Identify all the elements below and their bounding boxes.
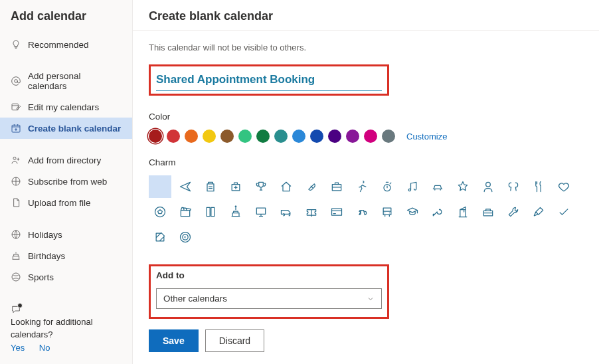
paintbrush-icon[interactable] xyxy=(527,201,550,223)
add-to-label: Add to xyxy=(156,270,382,280)
sidebar-item-label: Birthdays xyxy=(28,251,65,261)
sidebar-item-birthdays[interactable]: Birthdays xyxy=(0,245,132,266)
birthday-cake-icon[interactable] xyxy=(224,201,247,223)
sidebar-item-label: Add from directory xyxy=(28,155,101,165)
credit-card-icon[interactable] xyxy=(325,201,348,223)
sidebar-title: Add calendar xyxy=(0,7,132,34)
edit-calendars-icon xyxy=(11,102,21,112)
key-icon[interactable] xyxy=(426,201,449,223)
svg-point-3 xyxy=(13,157,16,159)
color-swatch[interactable] xyxy=(382,130,395,143)
fork-knife-icon[interactable] xyxy=(527,175,550,198)
bike-icon[interactable] xyxy=(351,201,373,223)
footer-question: Looking for additional calendars? xyxy=(11,316,122,341)
cake-icon xyxy=(11,250,21,261)
calendar-name-input[interactable] xyxy=(156,70,382,91)
stopwatch-icon[interactable] xyxy=(376,175,398,198)
color-swatch[interactable] xyxy=(149,130,162,143)
crane-icon[interactable] xyxy=(452,201,474,223)
visibility-note: This calendar will not be visible to oth… xyxy=(149,43,583,52)
globe-icon xyxy=(11,229,21,240)
bus-icon[interactable] xyxy=(376,201,398,223)
star-icon[interactable] xyxy=(452,175,474,198)
medkit-icon[interactable] xyxy=(224,175,247,198)
discard-button[interactable]: Discard xyxy=(205,329,264,352)
clapboard-icon[interactable] xyxy=(174,201,197,223)
pill-icon[interactable] xyxy=(300,175,323,198)
sidebar-item-label: Add personal calendars xyxy=(28,71,122,91)
color-label: Color xyxy=(149,112,583,122)
feedback-icon xyxy=(11,304,21,315)
music-icon[interactable] xyxy=(401,175,424,198)
color-swatch-row: Customize xyxy=(149,130,583,143)
page-title: Create blank calendar xyxy=(133,0,599,30)
checkmark-icon[interactable] xyxy=(553,201,575,223)
monitor-icon[interactable] xyxy=(250,201,272,223)
none-icon[interactable] xyxy=(149,175,171,198)
at-sign-icon xyxy=(11,76,21,86)
charm-label: Charm xyxy=(149,157,583,167)
car-icon[interactable] xyxy=(426,175,449,198)
sidebar-item-add-personal[interactable]: Add personal calendars xyxy=(0,66,132,96)
sidebar-item-subscribe-web[interactable]: Subscribe from web xyxy=(0,171,132,192)
color-swatch[interactable] xyxy=(220,130,234,143)
color-swatch[interactable] xyxy=(274,130,288,143)
sidebar-footer: Looking for additional calendars? Yes No xyxy=(0,298,132,354)
van-icon[interactable] xyxy=(275,201,298,223)
sidebar-item-sports[interactable]: Sports xyxy=(0,266,132,288)
color-swatch[interactable] xyxy=(328,130,341,143)
soccer-icon[interactable] xyxy=(149,201,171,223)
link-icon xyxy=(11,176,21,187)
footer-no-link[interactable]: No xyxy=(39,343,50,353)
running-icon[interactable] xyxy=(351,175,373,198)
balloons-icon[interactable] xyxy=(502,175,525,198)
person-icon[interactable] xyxy=(477,175,499,198)
footer-yes-link[interactable]: Yes xyxy=(11,343,25,353)
save-button[interactable]: Save xyxy=(149,329,199,352)
sidebar-item-holidays[interactable]: Holidays xyxy=(0,224,132,245)
plane-icon[interactable] xyxy=(174,175,197,198)
compose-icon[interactable] xyxy=(149,226,171,248)
color-swatch[interactable] xyxy=(256,130,270,143)
ticket-icon[interactable] xyxy=(300,201,323,223)
color-swatch[interactable] xyxy=(292,130,305,143)
sidebar-item-edit-calendars[interactable]: Edit my calendars xyxy=(0,96,132,118)
color-swatch[interactable] xyxy=(310,130,323,143)
color-swatch[interactable] xyxy=(346,130,359,143)
color-swatch[interactable] xyxy=(185,130,198,143)
target-icon[interactable] xyxy=(174,226,197,248)
add-to-value: Other calendars xyxy=(163,294,227,304)
color-swatch[interactable] xyxy=(238,130,252,143)
blank-calendar-icon xyxy=(11,123,21,134)
sidebar-item-recommended[interactable]: Recommended xyxy=(0,34,132,55)
sidebar-item-upload-file[interactable]: Upload from file xyxy=(0,192,132,213)
people-directory-icon xyxy=(11,155,21,165)
color-swatch[interactable] xyxy=(167,130,180,143)
sidebar-item-label: Edit my calendars xyxy=(28,102,99,112)
sidebar-item-label: Upload from file xyxy=(28,198,91,208)
chevron-down-icon xyxy=(367,295,375,303)
sidebar: Add calendar Recommended Add personal ca… xyxy=(0,0,133,364)
sidebar-item-label: Recommended xyxy=(28,40,89,50)
main-panel: Create blank calendar This calendar will… xyxy=(133,0,599,364)
sports-icon xyxy=(11,272,21,282)
sidebar-item-add-directory[interactable]: Add from directory xyxy=(0,149,132,171)
briefcase-icon[interactable] xyxy=(325,175,348,198)
home-icon[interactable] xyxy=(275,175,298,198)
sidebar-item-create-blank[interactable]: Create blank calendar xyxy=(0,118,132,139)
customize-link[interactable]: Customize xyxy=(406,132,447,141)
file-upload-icon xyxy=(11,197,21,208)
heart-icon[interactable] xyxy=(553,175,575,198)
color-swatch[interactable] xyxy=(203,130,216,143)
trophy-icon[interactable] xyxy=(250,175,272,198)
clipboard-icon[interactable] xyxy=(199,175,222,198)
charm-grid xyxy=(149,175,583,248)
sidebar-item-label: Create blank calendar xyxy=(28,124,121,134)
wrench-icon[interactable] xyxy=(502,201,525,223)
toolbox-icon[interactable] xyxy=(477,201,499,223)
color-swatch[interactable] xyxy=(364,130,377,143)
add-to-select[interactable]: Other calendars xyxy=(156,288,382,309)
lightbulb-icon xyxy=(11,39,21,50)
book-icon[interactable] xyxy=(199,201,222,223)
graduation-icon[interactable] xyxy=(401,201,424,223)
